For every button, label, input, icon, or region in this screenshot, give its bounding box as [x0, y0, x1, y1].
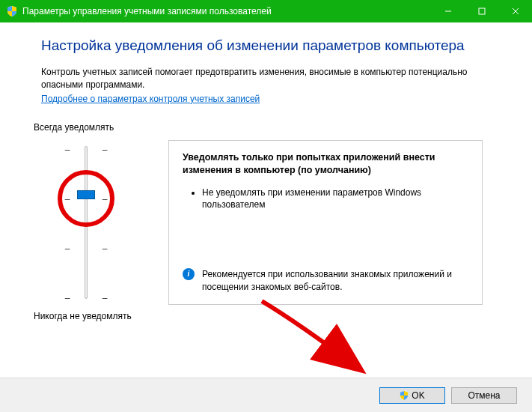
- cancel-button-label: Отмена: [468, 390, 500, 401]
- minimize-button[interactable]: [431, 0, 465, 22]
- maximize-button[interactable]: [465, 0, 498, 22]
- recommendation-text: Рекомендуется при использовании знакомых…: [202, 268, 468, 294]
- window-controls: [431, 0, 532, 22]
- cancel-button[interactable]: Отмена: [451, 387, 517, 404]
- ok-button[interactable]: OK: [379, 387, 445, 404]
- recommendation-row: i Рекомендуется при использовании знаком…: [183, 268, 468, 294]
- titlebar: Параметры управления учетными записями п…: [0, 0, 532, 22]
- window-title: Параметры управления учетными записями п…: [22, 6, 431, 16]
- ok-button-label: OK: [412, 390, 424, 401]
- content-area: Настройка уведомления об изменении парам…: [0, 22, 532, 321]
- uac-slider[interactable]: –– –– –– ––: [64, 140, 108, 305]
- slider-label-bottom: Никогда не уведомлять: [34, 311, 146, 321]
- level-title: Уведомлять только при попытках приложени…: [183, 151, 468, 178]
- close-button[interactable]: [498, 0, 532, 22]
- info-icon: i: [183, 268, 195, 280]
- slider-thumb[interactable]: [77, 190, 95, 199]
- level-bullet: Не уведомлять при изменении параметров W…: [202, 187, 468, 212]
- slider-label-top: Всегда уведомлять: [34, 122, 146, 133]
- svg-rect-1: [479, 8, 485, 14]
- uac-shield-icon: [400, 391, 409, 400]
- uac-shield-icon: [6, 5, 18, 17]
- learn-more-link[interactable]: Подробнее о параметрах контроля учетных …: [41, 94, 260, 104]
- level-description-box: Уведомлять только при попытках приложени…: [168, 140, 483, 305]
- description-text: Контроль учетных записей помогает предот…: [41, 66, 502, 91]
- page-heading: Настройка уведомления об изменении парам…: [41, 37, 502, 54]
- button-bar: OK Отмена: [0, 378, 532, 412]
- slider-track: [85, 146, 88, 299]
